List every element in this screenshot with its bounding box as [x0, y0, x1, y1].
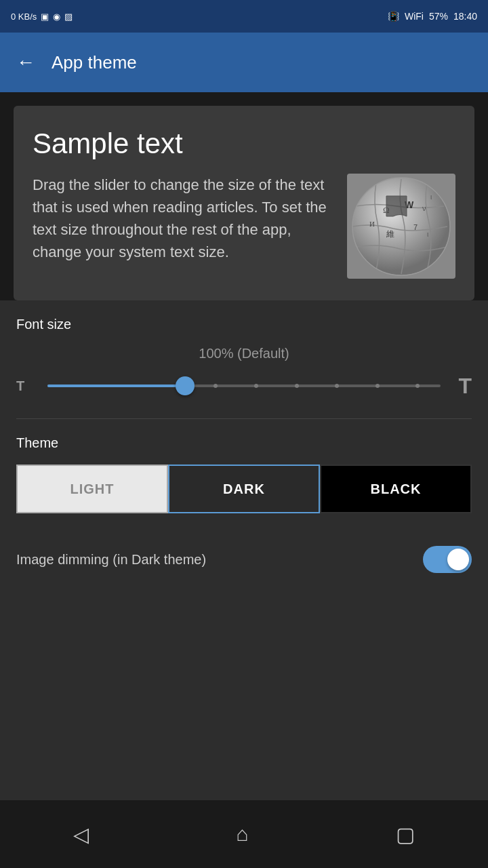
page-title: App theme	[52, 52, 137, 73]
nav-recents-button[interactable]: ▢	[396, 823, 415, 846]
theme-black-button[interactable]: BLACK	[320, 465, 472, 513]
theme-section: Theme LIGHT DARK BLACK	[16, 435, 472, 513]
svg-text:維: 維	[386, 229, 394, 239]
preview-description: Drag the slider to change the size of th…	[33, 174, 333, 263]
theme-label: Theme	[16, 435, 472, 451]
toggle-thumb	[447, 549, 469, 570]
slider-row: T T	[16, 372, 472, 399]
svg-text:ι: ι	[427, 231, 428, 238]
back-button[interactable]: ←	[16, 52, 35, 73]
font-size-slider[interactable]	[47, 372, 441, 399]
app-bar: ← App theme	[0, 33, 488, 92]
settings-area: Font size 100% (Default) T	[0, 300, 488, 800]
status-bar: 0 KB/s ▣ ◉ ▨ 📳 WiFi 57% 18:40	[0, 0, 488, 33]
slider-fill	[47, 384, 185, 387]
bottom-nav: ◁ ⌂ ▢	[0, 800, 488, 868]
image-dimming-toggle[interactable]	[423, 546, 472, 573]
vibrate-icon: 📳	[388, 11, 399, 22]
image-dimming-row: Image dimming (in Dark theme)	[16, 532, 472, 587]
divider-1	[16, 418, 472, 419]
svg-text:ι: ι	[430, 193, 432, 201]
font-size-label: Font size	[16, 317, 472, 332]
wifi-icon: WiFi	[405, 11, 424, 22]
font-size-section: Font size 100% (Default) T	[16, 317, 472, 399]
image-icon: ▨	[64, 12, 73, 22]
theme-light-button[interactable]: LIGHT	[16, 465, 168, 513]
sample-title: Sample text	[33, 127, 455, 160]
preview-card: Sample text Drag the slider to change th…	[14, 106, 474, 300]
font-size-value: 100% (Default)	[16, 346, 472, 361]
image-dimming-label: Image dimming (in Dark theme)	[16, 552, 206, 568]
svg-text:7: 7	[413, 223, 418, 231]
network-speed: 0 KB/s	[11, 12, 37, 22]
wiki-globe-image: Ω W ν ι И 維 7 ι	[347, 174, 455, 279]
app-icon: ◉	[53, 12, 60, 22]
nav-home-button[interactable]: ⌂	[236, 823, 248, 846]
font-small-icon: T	[16, 378, 37, 394]
status-left: 0 KB/s ▣ ◉ ▨	[11, 12, 73, 22]
globe-svg: Ω W ν ι И 維 7 ι	[349, 176, 454, 277]
nav-back-button[interactable]: ◁	[73, 823, 89, 846]
svg-text:И: И	[369, 220, 375, 228]
theme-buttons: LIGHT DARK BLACK	[16, 465, 472, 513]
slider-thumb[interactable]	[176, 376, 195, 395]
theme-dark-button[interactable]: DARK	[168, 465, 320, 513]
preview-content: Drag the slider to change the size of th…	[33, 174, 455, 279]
slider-track	[47, 384, 441, 387]
svg-text:ν: ν	[422, 204, 426, 212]
sim-icon: ▣	[41, 12, 49, 22]
time: 18:40	[453, 11, 477, 22]
font-large-icon: T	[451, 374, 472, 399]
status-right: 📳 WiFi 57% 18:40	[388, 11, 477, 22]
battery-icon: 57%	[429, 11, 448, 22]
